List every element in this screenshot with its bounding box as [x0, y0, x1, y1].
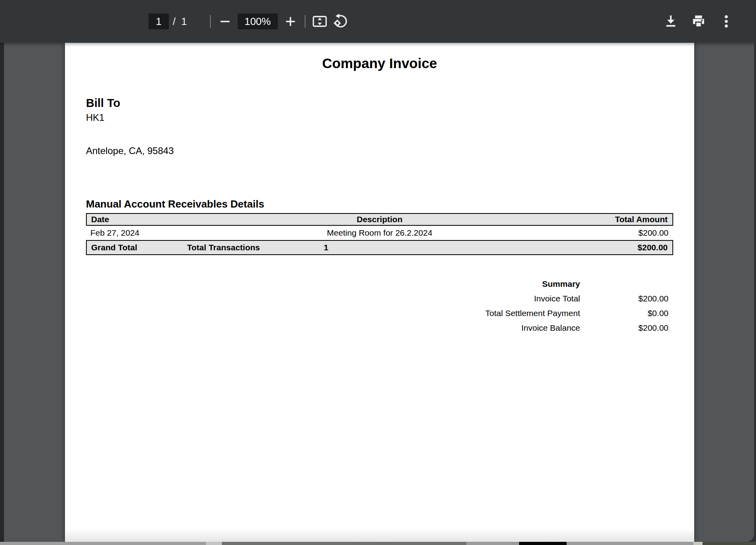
fit-to-page-button[interactable] [309, 10, 330, 33]
table-row: Feb 27, 2024 Meeting Room for 26.2.2024 … [86, 226, 673, 240]
page-number-input[interactable] [149, 13, 169, 29]
download-icon [663, 13, 679, 29]
page-count-label: 1 [181, 15, 187, 28]
bottom-sliver-segment [519, 542, 567, 545]
summary-row: Invoice Total $200.00 [86, 294, 673, 303]
summary-heading: Summary [542, 279, 580, 289]
invoice-title: Company Invoice [86, 55, 673, 71]
bottom-sliver-segment [693, 542, 703, 545]
minus-icon [218, 14, 232, 29]
bottom-sliver-segment [466, 542, 519, 545]
page-separator: / [173, 15, 176, 28]
bottom-sliver-segment [0, 542, 206, 545]
bottom-sliver-segment [567, 542, 693, 545]
fit-to-page-icon [311, 13, 328, 30]
bill-to-heading: Bill To [86, 96, 673, 110]
more-options-button[interactable] [716, 10, 737, 33]
more-vertical-icon [718, 13, 734, 29]
summary-label: Invoice Balance [521, 323, 580, 333]
toolbar-divider [305, 15, 305, 28]
receivables-table: Date Description Total Amount Feb 27, 20… [86, 213, 673, 255]
download-button[interactable] [661, 10, 681, 33]
summary-label: Total Settlement Payment [485, 309, 580, 318]
summary-heading-row: Summary [86, 279, 673, 289]
bill-to-recipient: HK1 [86, 112, 673, 123]
summary-value: $200.00 [580, 294, 668, 303]
zoom-in-button[interactable] [280, 10, 301, 33]
grand-total-label: Grand Total [87, 243, 137, 252]
bill-to-address: Antelope, CA, 95843 [86, 145, 673, 156]
summary-value: $200.00 [580, 323, 668, 333]
desktop-bottom-sliver [0, 542, 756, 545]
bottom-sliver-segment [222, 542, 466, 545]
bottom-sliver-segment [206, 542, 222, 545]
bill-to-spacer [86, 123, 673, 145]
toolbar-divider [210, 15, 211, 28]
bottom-sliver-segment [703, 542, 756, 545]
toolbar-action-controls [661, 0, 737, 43]
receivables-heading: Manual Account Receivables Details [86, 198, 673, 210]
zoom-out-button[interactable] [215, 10, 235, 33]
pdf-toolbar: / 1 100% [0, 0, 754, 43]
print-icon [690, 13, 707, 30]
column-header-description: Description [87, 215, 672, 224]
background-window-edge [0, 43, 4, 542]
document-page: Company Invoice Bill To HK1 Antelope, CA… [65, 43, 694, 542]
rotate-counterclockwise-icon [332, 13, 349, 30]
summary-label: Invoice Total [534, 294, 580, 303]
table-header-row: Date Description Total Amount [86, 213, 673, 226]
plus-icon [283, 14, 298, 29]
rotate-counterclockwise-button[interactable] [330, 10, 351, 33]
summary-row: Invoice Balance $200.00 [86, 323, 673, 333]
summary-section: Summary Invoice Total $200.00 Total Sett… [86, 279, 673, 333]
pdf-viewer-window: / 1 100% [0, 0, 754, 542]
summary-row: Total Settlement Payment $0.00 [86, 309, 673, 318]
grand-total-row: Grand Total Total Transactions 1 $200.00 [86, 240, 673, 255]
print-button[interactable] [688, 10, 709, 33]
row-description: Meeting Room for 26.2.2024 [86, 228, 673, 238]
summary-value: $0.00 [580, 309, 668, 318]
total-transactions-label: Total Transactions [187, 243, 260, 252]
total-transactions-count: 1 [324, 243, 328, 252]
grand-total-amount: $200.00 [638, 243, 672, 252]
zoom-level-display[interactable]: 100% [238, 13, 278, 29]
toolbar-page-zoom-controls: / 1 100% [149, 0, 351, 43]
